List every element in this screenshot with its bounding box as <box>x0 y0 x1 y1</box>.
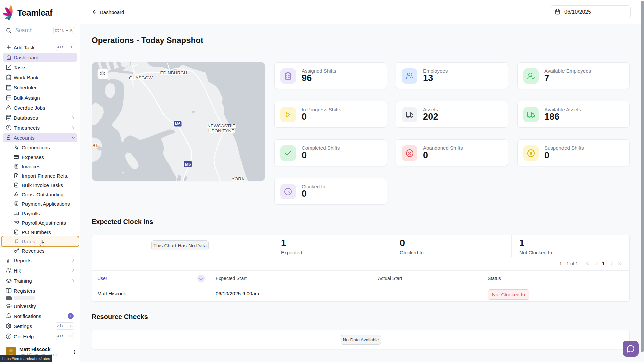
svg-text:M6: M6 <box>175 122 181 126</box>
svg-text:YORK: YORK <box>232 176 245 181</box>
svg-text:GLASGOW: GLASGOW <box>129 75 153 80</box>
svg-text:ST: ST <box>92 143 98 148</box>
svg-text:EDINBURGH: EDINBURGH <box>160 70 187 75</box>
svg-text:M6: M6 <box>185 162 191 167</box>
svg-text:NEWCASTLE: NEWCASTLE <box>207 123 235 128</box>
svg-text:UPON TYNE: UPON TYNE <box>208 128 235 133</box>
